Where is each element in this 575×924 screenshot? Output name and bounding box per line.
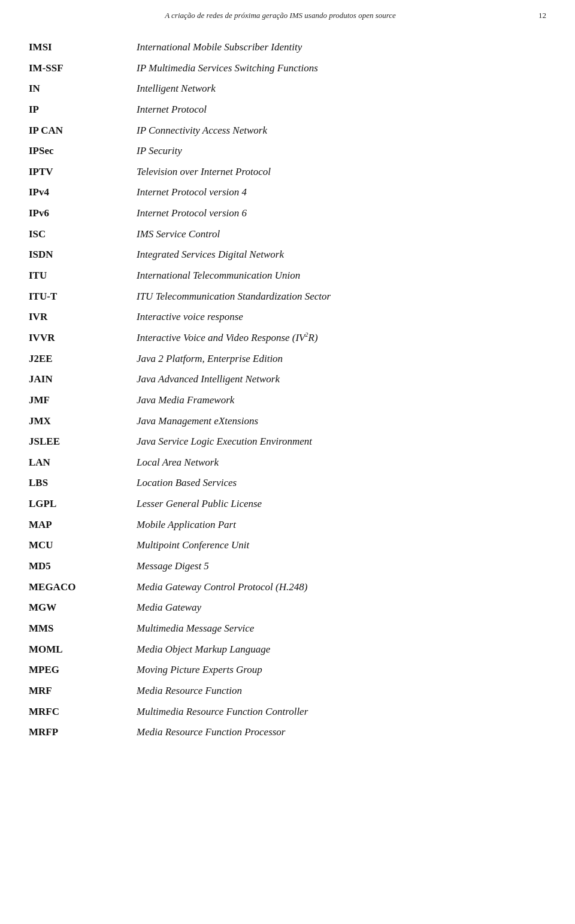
definition: Multipoint Conference Unit: [137, 535, 546, 556]
abbreviation: LAN: [29, 452, 137, 473]
glossary-row: MRFMedia Resource Function: [29, 681, 546, 702]
glossary-row: LGPLLesser General Public License: [29, 494, 546, 515]
abbreviation: JMF: [29, 390, 137, 411]
definition: Media Gateway Control Protocol (H.248): [137, 577, 546, 598]
definition: Internet Protocol version 6: [137, 203, 546, 224]
glossary-row: MMSMultimedia Message Service: [29, 618, 546, 639]
abbreviation: MRFP: [29, 722, 137, 743]
abbreviation: ITU-T: [29, 286, 137, 307]
abbreviation: ITU: [29, 265, 137, 286]
abbreviation: MRF: [29, 681, 137, 702]
definition: Message Digest 5: [137, 556, 546, 577]
glossary-row: ISCIMS Service Control: [29, 224, 546, 245]
glossary-row: MOMLMedia Object Markup Language: [29, 639, 546, 660]
abbreviation: JAIN: [29, 369, 137, 390]
definition: International Telecommunication Union: [137, 265, 546, 286]
content-area: IMSIInternational Mobile Subscriber Iden…: [0, 26, 575, 767]
glossary-row: IPv6Internet Protocol version 6: [29, 203, 546, 224]
abbreviation: MPEG: [29, 660, 137, 681]
definition: Interactive Voice and Video Response (IV…: [137, 328, 546, 349]
abbreviation: IVVR: [29, 328, 137, 349]
glossary-row: IVVRInteractive Voice and Video Response…: [29, 328, 546, 349]
abbreviation: LGPL: [29, 494, 137, 515]
abbreviation: IP CAN: [29, 120, 137, 141]
glossary-row: JMFJava Media Framework: [29, 390, 546, 411]
glossary-row: IMSIInternational Mobile Subscriber Iden…: [29, 37, 546, 58]
glossary-row: IPInternet Protocol: [29, 99, 546, 120]
page-number: 12: [532, 11, 546, 20]
definition: Java Management eXtensions: [137, 411, 546, 432]
header-title: A criação de redes de próxima geração IM…: [29, 11, 532, 20]
definition: IP Security: [137, 141, 546, 162]
definition: International Mobile Subscriber Identity: [137, 37, 546, 58]
abbreviation: IVR: [29, 307, 137, 328]
definition: Internet Protocol version 4: [137, 182, 546, 203]
glossary-row: ITU-TITU Telecommunication Standardizati…: [29, 286, 546, 307]
glossary-row: IP CANIP Connectivity Access Network: [29, 120, 546, 141]
definition: Java Advanced Intelligent Network: [137, 369, 546, 390]
glossary-row: JSLEEJava Service Logic Execution Enviro…: [29, 431, 546, 452]
definition: Location Based Services: [137, 473, 546, 494]
definition: Television over Internet Protocol: [137, 162, 546, 183]
page-header: A criação de redes de próxima geração IM…: [0, 0, 575, 26]
abbreviation: IP: [29, 99, 137, 120]
glossary-row: LANLocal Area Network: [29, 452, 546, 473]
abbreviation: LBS: [29, 473, 137, 494]
glossary-row: MPEGMoving Picture Experts Group: [29, 660, 546, 681]
abbreviation: IMSI: [29, 37, 137, 58]
glossary-row: MRFPMedia Resource Function Processor: [29, 722, 546, 743]
definition: IP Multimedia Services Switching Functio…: [137, 58, 546, 79]
glossary-row: MD5Message Digest 5: [29, 556, 546, 577]
abbreviation: MGW: [29, 597, 137, 618]
abbreviation: ISC: [29, 224, 137, 245]
abbreviation: ISDN: [29, 244, 137, 265]
definition: Multimedia Message Service: [137, 618, 546, 639]
abbreviation: MMS: [29, 618, 137, 639]
definition: Java 2 Platform, Enterprise Edition: [137, 349, 546, 370]
definition: Moving Picture Experts Group: [137, 660, 546, 681]
glossary-row: MRFCMultimedia Resource Function Control…: [29, 702, 546, 723]
glossary-row: IVRInteractive voice response: [29, 307, 546, 328]
glossary-row: J2EEJava 2 Platform, Enterprise Edition: [29, 349, 546, 370]
glossary-row: LBSLocation Based Services: [29, 473, 546, 494]
definition: Internet Protocol: [137, 99, 546, 120]
abbreviation: MD5: [29, 556, 137, 577]
definition: IP Connectivity Access Network: [137, 120, 546, 141]
definition: Lesser General Public License: [137, 494, 546, 515]
glossary-row: INIntelligent Network: [29, 78, 546, 99]
glossary-row: JMXJava Management eXtensions: [29, 411, 546, 432]
abbreviation: IPSec: [29, 141, 137, 162]
definition: Intelligent Network: [137, 78, 546, 99]
definition: Media Resource Function Processor: [137, 722, 546, 743]
definition: Mobile Application Part: [137, 515, 546, 536]
abbreviation: MOML: [29, 639, 137, 660]
glossary-row: IPv4Internet Protocol version 4: [29, 182, 546, 203]
abbreviation: MCU: [29, 535, 137, 556]
glossary-table: IMSIInternational Mobile Subscriber Iden…: [29, 37, 546, 743]
glossary-row: ITUInternational Telecommunication Union: [29, 265, 546, 286]
abbreviation: IN: [29, 78, 137, 99]
definition: Local Area Network: [137, 452, 546, 473]
definition: Java Service Logic Execution Environment: [137, 431, 546, 452]
abbreviation: IPv6: [29, 203, 137, 224]
definition: Java Media Framework: [137, 390, 546, 411]
glossary-row: IPSecIP Security: [29, 141, 546, 162]
glossary-row: IPTVTelevision over Internet Protocol: [29, 162, 546, 183]
abbreviation: MRFC: [29, 702, 137, 723]
definition: Media Gateway: [137, 597, 546, 618]
definition: Multimedia Resource Function Controller: [137, 702, 546, 723]
glossary-row: ISDNIntegrated Services Digital Network: [29, 244, 546, 265]
glossary-row: MAPMobile Application Part: [29, 515, 546, 536]
abbreviation: IPv4: [29, 182, 137, 203]
definition: Media Object Markup Language: [137, 639, 546, 660]
definition: ITU Telecommunication Standardization Se…: [137, 286, 546, 307]
definition: Integrated Services Digital Network: [137, 244, 546, 265]
glossary-row: MGWMedia Gateway: [29, 597, 546, 618]
abbreviation: JMX: [29, 411, 137, 432]
glossary-row: IM-SSFIP Multimedia Services Switching F…: [29, 58, 546, 79]
definition: Interactive voice response: [137, 307, 546, 328]
definition: IMS Service Control: [137, 224, 546, 245]
glossary-row: JAINJava Advanced Intelligent Network: [29, 369, 546, 390]
abbreviation: MAP: [29, 515, 137, 536]
abbreviation: IM-SSF: [29, 58, 137, 79]
